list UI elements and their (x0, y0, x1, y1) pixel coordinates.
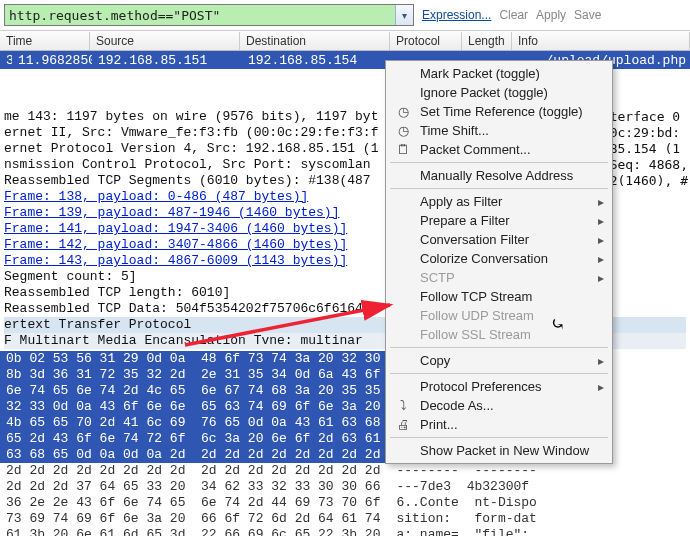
col-destination[interactable]: Destination (240, 32, 390, 50)
hex-row[interactable]: 61 3b 20 6e 61 6d 65 3d 22 66 69 6c 65 2… (0, 527, 690, 536)
apply-button[interactable]: Apply (536, 8, 566, 22)
ctx-label: Mark Packet (toggle) (420, 66, 540, 81)
ctx-icon: ◷ (394, 123, 412, 138)
chevron-right-icon: ▸ (598, 195, 604, 209)
ctx-label: Follow UDP Stream (420, 308, 534, 323)
chevron-right-icon: ▸ (598, 233, 604, 247)
ctx-label: Prepare a Filter (420, 213, 510, 228)
ctx-label: Conversation Filter (420, 232, 529, 247)
packet-details-right-fragments: terface 00c:29:bd:85.154 (1Seq: 4868,2(1… (610, 109, 688, 189)
ctx-protocol-preferences[interactable]: Protocol Preferences▸ (388, 377, 610, 396)
filter-dropdown-icon[interactable]: ▾ (395, 5, 413, 25)
expression-link[interactable]: Expression... (422, 8, 491, 22)
col-info[interactable]: Info (512, 32, 690, 50)
hex-row[interactable]: 2d 2d 2d 37 64 65 33 20 34 62 33 32 33 3… (0, 479, 690, 495)
ctx-show-packet-in-new-window[interactable]: Show Packet in New Window (388, 441, 610, 460)
col-length[interactable]: Length (462, 32, 512, 50)
hex-row[interactable]: 2d 2d 2d 2d 2d 2d 2d 2d 2d 2d 2d 2d 2d 2… (0, 463, 690, 479)
filter-toolbar: ▾ Expression... Clear Apply Save (0, 0, 690, 31)
ctx-time-shift[interactable]: ◷Time Shift... (388, 121, 610, 140)
ctx-label: Decode As... (420, 398, 494, 413)
col-time[interactable]: Time (0, 32, 90, 50)
save-button[interactable]: Save (574, 8, 601, 22)
ctx-sctp: SCTP▸ (388, 268, 610, 287)
ctx-packet-comment[interactable]: 🗒Packet Comment... (388, 140, 610, 159)
ctx-follow-tcp-stream[interactable]: Follow TCP Stream (388, 287, 610, 306)
ctx-label: Apply as Filter (420, 194, 502, 209)
packet-time: 11.9682850 (12, 53, 92, 68)
ctx-label: Ignore Packet (toggle) (420, 85, 548, 100)
ctx-mark-packet-toggle[interactable]: Mark Packet (toggle) (388, 64, 610, 83)
packet-list-headers: Time Source Destination Protocol Length … (0, 31, 690, 51)
ctx-label: SCTP (420, 270, 455, 285)
packet-context-menu[interactable]: Mark Packet (toggle)Ignore Packet (toggl… (385, 60, 613, 464)
ctx-ignore-packet-toggle[interactable]: Ignore Packet (toggle) (388, 83, 610, 102)
ctx-label: Show Packet in New Window (420, 443, 589, 458)
ctx-label: Follow SSL Stream (420, 327, 531, 342)
ctx-label: Time Shift... (420, 123, 489, 138)
ctx-label: Follow TCP Stream (420, 289, 532, 304)
chevron-right-icon: ▸ (598, 380, 604, 394)
display-filter-input[interactable]: ▾ (4, 4, 414, 26)
ctx-icon: ◷ (394, 104, 412, 119)
ctx-label: Manually Resolve Address (420, 168, 573, 183)
ctx-decode-as[interactable]: ⤵Decode As... (388, 396, 610, 415)
ctx-colorize-conversation[interactable]: Colorize Conversation▸ (388, 249, 610, 268)
ctx-set-time-reference-toggle[interactable]: ◷Set Time Reference (toggle) (388, 102, 610, 121)
ctx-label: Colorize Conversation (420, 251, 548, 266)
ctx-follow-ssl-stream: Follow SSL Stream (388, 325, 610, 344)
chevron-right-icon: ▸ (598, 252, 604, 266)
ctx-icon: 🖨 (394, 417, 412, 432)
chevron-right-icon: ▸ (598, 354, 604, 368)
hex-row[interactable]: 36 2e 2e 43 6f 6e 74 65 6e 74 2d 44 69 7… (0, 495, 690, 511)
ctx-copy[interactable]: Copy▸ (388, 351, 610, 370)
ctx-manually-resolve-address[interactable]: Manually Resolve Address (388, 166, 610, 185)
ctx-icon: ⤵ (394, 398, 412, 413)
ctx-label: Packet Comment... (420, 142, 531, 157)
chevron-right-icon: ▸ (598, 271, 604, 285)
ctx-print[interactable]: 🖨Print... (388, 415, 610, 434)
ctx-conversation-filter[interactable]: Conversation Filter▸ (388, 230, 610, 249)
packet-num: 3 (0, 53, 12, 68)
chevron-right-icon: ▸ (598, 214, 604, 228)
ctx-label: Protocol Preferences (420, 379, 541, 394)
ctx-prepare-a-filter[interactable]: Prepare a Filter▸ (388, 211, 610, 230)
ctx-label: Set Time Reference (toggle) (420, 104, 583, 119)
packet-dst: 192.168.85.154 (242, 53, 387, 68)
col-protocol[interactable]: Protocol (390, 32, 462, 50)
clear-button[interactable]: Clear (499, 8, 528, 22)
filter-text[interactable] (5, 6, 395, 25)
ctx-follow-udp-stream: Follow UDP Stream (388, 306, 610, 325)
ctx-icon: 🗒 (394, 142, 412, 157)
packet-src: 192.168.85.151 (92, 53, 242, 68)
ctx-label: Copy (420, 353, 450, 368)
ctx-label: Print... (420, 417, 458, 432)
hex-row[interactable]: 73 69 74 69 6f 6e 3a 20 66 6f 72 6d 2d 6… (0, 511, 690, 527)
col-source[interactable]: Source (90, 32, 240, 50)
ctx-apply-as-filter[interactable]: Apply as Filter▸ (388, 192, 610, 211)
